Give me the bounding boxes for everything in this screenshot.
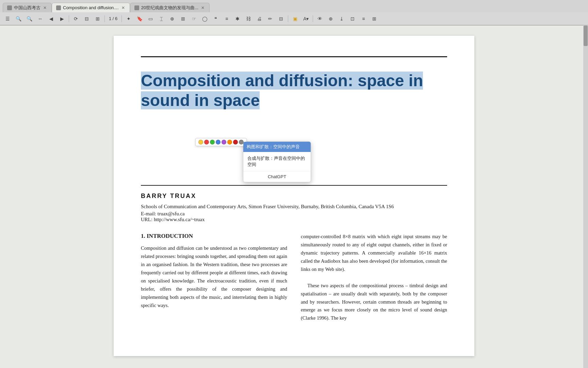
color-button[interactable]: ▣ <box>290 14 300 23</box>
split-view-button[interactable]: ⊟ <box>82 14 92 23</box>
translation-body: 合成与扩散：声音在空间中的空间 <box>243 152 311 171</box>
section-1-text: Composition and diffusion can be underst… <box>141 244 287 309</box>
tab-bar: 中国山西考古 ✕ Composition and diffusion.... ✕… <box>0 0 588 12</box>
tab-2[interactable]: Composition and diffusion.... ✕ <box>52 3 130 12</box>
bookmark-button[interactable]: 🔖 <box>135 14 144 23</box>
author-name: BARRY TRUAX <box>141 193 447 200</box>
crop-button[interactable]: ⊕ <box>167 14 177 23</box>
browser-chrome: 中国山西考古 ✕ Composition and diffusion.... ✕… <box>0 0 588 26</box>
zoom-out-button[interactable]: 🔍 <box>14 14 23 23</box>
color-strip <box>195 138 247 146</box>
color-dot-blue[interactable] <box>216 140 220 144</box>
sidebar-toggle-button[interactable]: ☰ <box>3 14 12 23</box>
two-column-layout: 1. INTRODUCTION Composition and diffusio… <box>141 233 447 322</box>
next-page-button[interactable]: ▶ <box>57 14 67 23</box>
link-button[interactable]: ⛓ <box>244 14 253 23</box>
toolbar-divider-4 <box>288 15 288 22</box>
format-button[interactable]: A▾ <box>301 14 311 23</box>
scrollbar-thumb[interactable] <box>584 26 588 46</box>
markup-button[interactable]: ✱ <box>233 14 242 23</box>
paper-title: Composition and diffusion: space in soun… <box>141 71 447 110</box>
tab-label-3: 20世纪戏曲文物的发现与曲... <box>141 5 198 11</box>
tab-label-1: 中国山西考古 <box>14 5 40 11</box>
author-email: E-mail: truax@sfu.ca <box>141 211 447 217</box>
zoom-in-button[interactable]: 🔍 <box>24 14 34 23</box>
color-dot-green[interactable] <box>210 140 215 144</box>
title-highlighted-text: Composition and diffusion: space in <box>141 72 423 90</box>
toolbar-divider-3 <box>121 15 122 22</box>
scrollbar[interactable] <box>583 25 588 368</box>
tab-3[interactable]: 20世纪戏曲文物的发现与曲... ✕ <box>130 3 210 12</box>
translation-header: 构图和扩散：空间中的声音 <box>243 142 311 152</box>
color-dot-gray[interactable] <box>239 140 244 144</box>
rotate-button[interactable]: ⟳ <box>71 14 81 23</box>
tab-close-2[interactable]: ✕ <box>121 5 126 10</box>
tab-icon-1 <box>7 5 12 10</box>
author-affiliation: Schools of Communication and Contemporar… <box>141 204 447 210</box>
title-line2-highlighted: sound in space <box>141 91 260 109</box>
section-1-heading: 1. INTRODUCTION <box>141 233 287 240</box>
export-button[interactable]: ⤓ <box>337 14 346 23</box>
toolbar-divider-1 <box>69 15 69 22</box>
prev-page-button[interactable]: ◀ <box>46 14 56 23</box>
image-button[interactable]: ⊟ <box>276 14 286 23</box>
translation-text: 合成与扩散：声音在空间中的空间 <box>247 156 305 167</box>
section-2-text: computer-controlled 8×8 matrix with whic… <box>301 233 447 322</box>
color-dot-red[interactable] <box>204 140 209 144</box>
pdf-page: Composition and diffusion: space in soun… <box>114 36 474 356</box>
toolbar-divider-5 <box>313 15 313 22</box>
tab-close-1[interactable]: ✕ <box>43 5 47 10</box>
zoom-region-button[interactable]: ⊕ <box>326 14 336 23</box>
quote-button[interactable]: ❝ <box>211 14 220 23</box>
color-dot-darkred[interactable] <box>233 140 238 144</box>
more-button[interactable]: ⊞ <box>370 14 379 23</box>
shape-button[interactable]: ◯ <box>200 14 210 23</box>
highlight-tool-button[interactable]: ▭ <box>146 14 155 23</box>
right-column: computer-controlled 8×8 matrix with whic… <box>301 233 447 322</box>
translation-popup: 构图和扩散：空间中的声音 合成与扩散：声音在空间中的空间 ChatGPT <box>243 141 311 182</box>
tab-close-3[interactable]: ✕ <box>200 5 205 10</box>
page-counter: 1 / 6 <box>107 16 119 21</box>
tab-label-2: Composition and diffusion.... <box>63 5 119 10</box>
ai-button[interactable]: ✦ <box>124 14 133 23</box>
text-tool-button[interactable]: ⊞ <box>178 14 188 23</box>
scan-button[interactable]: ⊡ <box>348 14 357 23</box>
color-dot-purple[interactable] <box>222 140 226 144</box>
menu-button[interactable]: ≡ <box>359 14 368 23</box>
translation-popup-container: 构图和扩散：空间中的声音 合成与扩散：声音在空间中的空间 ChatGPT <box>243 141 311 182</box>
fit-width-button[interactable]: ↔ <box>35 14 45 23</box>
print-button[interactable]: 🖨 <box>255 14 264 23</box>
color-dot-orange[interactable] <box>227 140 232 144</box>
select-button[interactable]: ⌶ <box>157 14 166 23</box>
left-column: 1. INTRODUCTION Composition and diffusio… <box>141 233 287 322</box>
tab-icon-2 <box>56 5 61 10</box>
comment-button[interactable]: ☞ <box>189 14 199 23</box>
tab-icon-3 <box>134 5 139 10</box>
tab-1[interactable]: 中国山西考古 ✕ <box>3 3 52 12</box>
translation-header-text: 构图和扩散：空间中的声音 <box>247 144 307 150</box>
vertical-split-button[interactable]: ⊞ <box>93 14 102 23</box>
pdf-viewer: Composition and diffusion: space in soun… <box>0 26 588 366</box>
bottom-rule <box>141 185 447 186</box>
eye-button[interactable]: 👁 <box>315 14 325 23</box>
chatgpt-button[interactable]: ChatGPT <box>243 171 311 182</box>
toolbar-divider-2 <box>104 15 105 22</box>
list-button[interactable]: ≡ <box>222 14 231 23</box>
pdf-toolbar: ☰ 🔍 🔍 ↔ ◀ ▶ ⟳ ⊟ ⊞ 1 / 6 ✦ 🔖 ▭ ⌶ ⊕ ⊞ ☞ ◯ … <box>0 12 588 25</box>
pencil-button[interactable]: ✏ <box>265 14 275 23</box>
top-rule <box>141 56 447 57</box>
color-dot-yellow[interactable] <box>198 140 203 144</box>
author-url: URL: http://www.sfu.ca/~truax <box>141 217 447 223</box>
